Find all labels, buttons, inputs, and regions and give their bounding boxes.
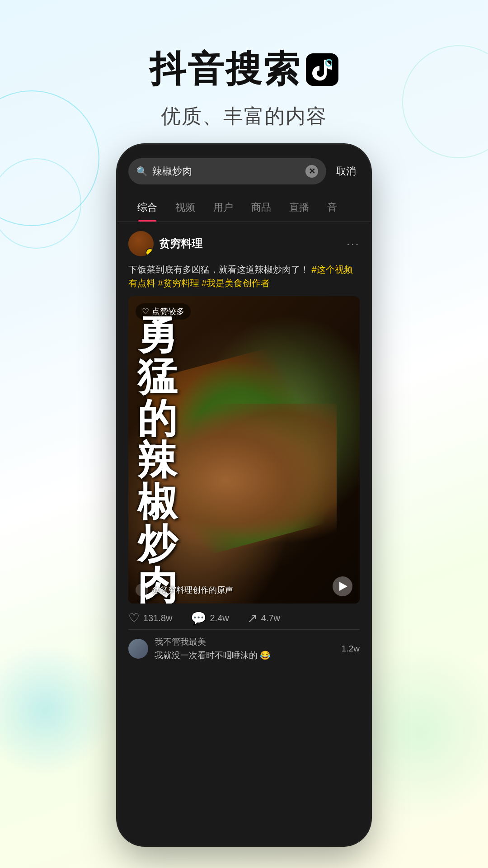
comment-text: 我就没一次看时不咽唾沫的 😂 [155, 650, 335, 661]
share-count: 4.7w [261, 613, 280, 623]
tab-video[interactable]: 视频 [166, 196, 204, 222]
video-text-line3: 的 [137, 398, 179, 439]
like-count: 131.8w [143, 613, 173, 623]
post-author-row: ✓ 贫穷料理 ··· [128, 231, 360, 256]
clear-icon: ✕ [309, 166, 315, 176]
phone-frame: 🔍 辣椒炒肉 ✕ 取消 综合 视频 用户 商品 [117, 145, 371, 845]
music-info: ♪ @贫穷料理创作的原声 [136, 584, 233, 596]
commenter-avatar [128, 639, 148, 659]
tab-product[interactable]: 商品 [242, 196, 280, 222]
food-meat-visual [151, 404, 337, 557]
commenter-name: 我不管我最美 [155, 636, 335, 648]
video-text-line4: 辣 [137, 439, 179, 481]
author-name[interactable]: 贫穷料理 [159, 236, 202, 251]
post-description: 下饭菜到底有多凶猛，就看这道辣椒炒肉了！ #这个视频有点料 #贫穷料理 #我是美… [128, 263, 360, 290]
search-area: 🔍 辣椒炒肉 ✕ 取消 [117, 145, 371, 189]
comment-preview: 我不管我最美 我就没一次看时不咽唾沫的 😂 1.2w [128, 629, 360, 661]
comment-reply-count: 1.2w [342, 644, 360, 654]
tab-audio[interactable]: 音 [318, 196, 346, 222]
subtitle: 优质、丰富的内容 [0, 103, 488, 130]
content-area: ✓ 贫穷料理 ··· 下饭菜到底有多凶猛，就看这道辣椒炒肉了！ #这个视频有点料… [117, 222, 371, 670]
tab-user[interactable]: 用户 [204, 196, 242, 222]
play-button[interactable] [333, 576, 352, 596]
page-header: 抖音搜索 优质、丰富的内容 [0, 0, 488, 148]
video-text-line6: 炒 [137, 523, 179, 565]
video-text-line2: 猛 [137, 356, 179, 397]
music-note-icon: ♪ [136, 584, 148, 596]
tabs-navigation: 综合 视频 用户 商品 直播 音 [117, 189, 371, 222]
search-input-wrapper[interactable]: 🔍 辣椒炒肉 ✕ [128, 158, 326, 184]
tab-live[interactable]: 直播 [280, 196, 318, 222]
play-triangle-icon [339, 582, 347, 591]
phone-mockup: 🔍 辣椒炒肉 ✕ 取消 综合 视频 用户 商品 [117, 145, 371, 845]
more-options-icon[interactable]: ··· [347, 236, 360, 251]
share-icon: ↗ [247, 611, 258, 626]
author-info: ✓ 贫穷料理 [128, 231, 202, 256]
video-text-overlay: 勇 猛 的 辣 椒 炒 肉 [137, 314, 179, 567]
video-thumbnail[interactable]: ♡ 点赞较多 勇 猛 的 辣 椒 炒 肉 [128, 296, 360, 604]
tab-comprehensive[interactable]: 综合 [128, 196, 166, 222]
tiktok-logo-icon [306, 53, 338, 86]
main-title: 抖音搜索 [150, 45, 301, 94]
like-button[interactable]: ♡ 131.8w [128, 611, 173, 626]
heart-icon: ♡ [128, 611, 140, 626]
clear-search-button[interactable]: ✕ [305, 165, 318, 178]
avatar: ✓ [128, 231, 154, 256]
comment-button[interactable]: 💬 2.4w [191, 611, 229, 626]
comment-content: 我不管我最美 我就没一次看时不咽唾沫的 😂 [155, 636, 335, 661]
cancel-button[interactable]: 取消 [333, 165, 360, 178]
music-text: @贫穷料理创作的原声 [152, 585, 233, 595]
comment-icon: 💬 [191, 611, 206, 626]
share-button[interactable]: ↗ 4.7w [247, 611, 280, 626]
video-text-line5: 椒 [137, 481, 179, 523]
video-text-line1: 勇 [137, 314, 179, 356]
verified-badge: ✓ [145, 248, 154, 256]
title-row: 抖音搜索 [0, 45, 488, 94]
search-bar: 🔍 辣椒炒肉 ✕ 取消 [128, 158, 360, 184]
search-query-text: 辣椒炒肉 [152, 165, 301, 178]
interaction-bar: ♡ 131.8w 💬 2.4w ↗ 4.7w [128, 604, 360, 629]
bg-decoration-blob-left [0, 642, 113, 778]
search-icon: 🔍 [136, 166, 148, 177]
comment-count: 2.4w [210, 613, 229, 623]
